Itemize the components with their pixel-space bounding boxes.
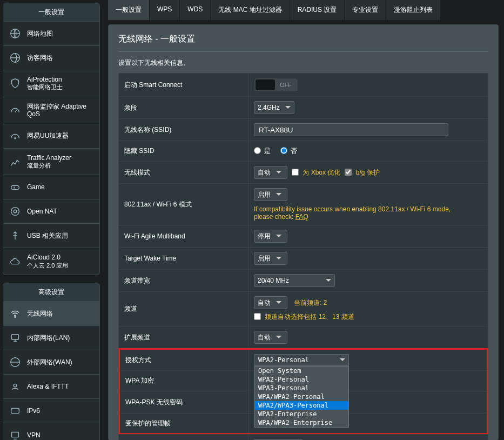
select-twt[interactable]: 启用 — [254, 252, 287, 265]
usb-icon — [9, 229, 22, 242]
chevron-down-icon — [276, 235, 281, 238]
chevron-down-icon — [276, 193, 281, 196]
sidebar-label: 内部网络(LAN) — [27, 334, 70, 342]
chevron-down-icon — [285, 106, 291, 109]
sidebar-item-alexa-ifttt[interactable]: Alexa & IFTTT — [3, 375, 100, 399]
toggle-off-text: OFF — [275, 82, 297, 88]
sidebar-item-wan[interactable]: 外部网络(WAN) — [3, 350, 100, 375]
vpn-icon — [9, 429, 22, 440]
tab-radius[interactable]: RADIUS 设置 — [290, 0, 345, 20]
checkbox-bg-protect[interactable]: b/g 保护 — [345, 168, 379, 177]
auth-option[interactable]: WPA/WPA2-Personal — [255, 392, 348, 401]
sidebar-item-traffic-analyzer[interactable]: Traffic Analyzer流量分析 — [3, 149, 100, 176]
select-channel[interactable]: 自动 — [254, 296, 287, 309]
faq-link[interactable]: FAQ — [295, 213, 308, 221]
radio-hide-no[interactable]: 否 — [280, 147, 297, 155]
tab-roaming-block[interactable]: 漫游阻止列表 — [386, 0, 441, 20]
checkbox-channel-12-13[interactable]: 频道自动选择包括 12、13 频道 — [254, 313, 354, 321]
sidebar-header-advanced: 高级设置 — [3, 283, 100, 302]
svg-rect-10 — [11, 409, 19, 414]
label-channel: 频道 — [119, 292, 248, 326]
sidebar-item-adaptive-qos[interactable]: 网络监控家 Adaptive QoS — [3, 97, 100, 124]
auth-option-selected[interactable]: WPA2/WPA3-Personal — [255, 401, 348, 410]
label-smart-connect: 启动 Smart Connect — [119, 74, 248, 97]
sidebar-item-vpn[interactable]: VPN — [3, 423, 100, 440]
auth-dropdown: Open System WPA2-Personal WPA3-Personal … — [254, 366, 349, 428]
select-wireless-mode[interactable]: 自动 — [254, 166, 287, 179]
select-channel-bandwidth[interactable]: 20/40 MHz — [254, 274, 335, 287]
label-wpa-psk: WPA-PSK 无线密码 — [119, 391, 249, 414]
sidebar-label: 网易UU加速器 — [27, 132, 69, 139]
select-agile-multiband[interactable]: 停用 — [254, 230, 287, 243]
chevron-down-icon — [276, 336, 281, 339]
nat-icon — [9, 205, 22, 218]
chevron-down-icon — [340, 358, 345, 362]
wan-icon — [9, 356, 22, 369]
auth-option[interactable]: WPA/WPA2-Enterprise — [255, 418, 348, 427]
chevron-down-icon — [276, 257, 281, 260]
auth-option[interactable]: Open System — [255, 366, 348, 375]
sidebar-item-aiprotection[interactable]: AiProtection智能网络卫士 — [3, 70, 100, 97]
tab-mac-filter[interactable]: 无线 MAC 地址过滤器 — [211, 0, 290, 20]
sidebar-item-guest-network[interactable]: 访客网络 — [3, 46, 100, 70]
tab-bar: 一般设置 WPS WDS 无线 MAC 地址过滤器 RADIUS 设置 专业设置… — [108, 0, 499, 20]
sidebar-item-open-nat[interactable]: Open NAT — [3, 199, 100, 224]
svg-rect-7 — [12, 335, 19, 339]
tab-wps[interactable]: WPS — [150, 0, 180, 20]
chevron-down-icon — [326, 279, 331, 282]
select-auth-method[interactable]: WPA2-Personal — [254, 354, 349, 366]
sidebar-label: 网络监控家 Adaptive QoS — [27, 103, 94, 118]
gamepad-icon — [9, 181, 22, 194]
tab-wds[interactable]: WDS — [180, 0, 211, 20]
select-80211ax[interactable]: 启用 — [254, 188, 287, 201]
lan-icon — [9, 331, 22, 344]
wifi-icon — [9, 307, 22, 320]
svg-rect-3 — [11, 186, 19, 190]
label-ssid: 无线名称 (SSID) — [119, 119, 248, 141]
select-ext-channel[interactable]: 自动 — [254, 331, 287, 344]
sidebar-label: Alexa & IFTTT — [27, 383, 69, 390]
label-wireless-mode: 无线模式 — [119, 162, 248, 184]
ax-compat-note: If compatibility issue occurs when enabl… — [254, 205, 470, 221]
sidebar-header-general: 一般设置 — [3, 3, 100, 22]
panel-title: 无线网络 - 一般设置 — [118, 34, 488, 52]
sidebar-item-game[interactable]: Game — [3, 175, 100, 199]
label-agile-multiband: Wi-Fi Agile Multiband — [119, 225, 248, 248]
auth-option[interactable]: WPA2-Personal — [255, 375, 348, 384]
label-hide-ssid: 隐藏 SSID — [119, 141, 248, 162]
sidebar-label: IPv6 — [27, 407, 40, 415]
panel-description: 设置以下无线相关信息。 — [118, 52, 488, 73]
sidebar-label: AiCloud 2.0个人云 2.0 应用 — [27, 254, 68, 269]
toggle-smart-connect[interactable]: OFF — [254, 78, 298, 92]
checkbox-xbox-optimize[interactable]: 为 Xbox 优化 — [292, 168, 340, 177]
tab-professional[interactable]: 专业设置 — [345, 0, 386, 20]
sidebar-label: Game — [27, 183, 45, 191]
svg-point-9 — [14, 384, 17, 388]
auth-option[interactable]: WPA2-Enterprise — [255, 410, 348, 418]
gauge-icon — [9, 104, 22, 117]
chart-icon — [9, 155, 22, 168]
cloud-icon — [9, 255, 22, 268]
sidebar-item-aicloud[interactable]: AiCloud 2.0个人云 2.0 应用 — [3, 248, 100, 275]
sidebar-item-lan[interactable]: 内部网络(LAN) — [3, 326, 100, 350]
label-wpa-encryption: WPA 加密 — [119, 371, 249, 391]
label-ext-channel: 扩展频道 — [119, 326, 248, 349]
speedometer-icon — [9, 130, 22, 143]
radio-hide-yes[interactable]: 是 — [254, 147, 271, 155]
globe-lock-icon — [9, 51, 22, 64]
select-band[interactable]: 2.4GHz — [254, 101, 294, 114]
svg-point-2 — [15, 137, 16, 138]
auth-option[interactable]: WPA3-Personal — [255, 384, 348, 392]
tab-general[interactable]: 一般设置 — [108, 0, 150, 20]
sidebar-item-wireless[interactable]: 无线网络 — [3, 302, 100, 326]
sidebar-item-uu-accelerator[interactable]: 网易UU加速器 — [3, 124, 100, 149]
svg-point-6 — [15, 317, 16, 318]
sidebar-item-usb[interactable]: USB 相关应用 — [3, 224, 100, 248]
sidebar-item-ipv6[interactable]: IPv6 — [3, 399, 100, 423]
sidebar-item-network-map[interactable]: 网络地图 — [3, 22, 100, 46]
voice-icon — [9, 380, 22, 393]
current-channel-label: 当前频道: 2 — [294, 298, 327, 308]
sidebar-label: Traffic Analyzer流量分析 — [27, 154, 71, 170]
globe-icon — [9, 27, 22, 40]
input-ssid[interactable] — [254, 123, 448, 136]
